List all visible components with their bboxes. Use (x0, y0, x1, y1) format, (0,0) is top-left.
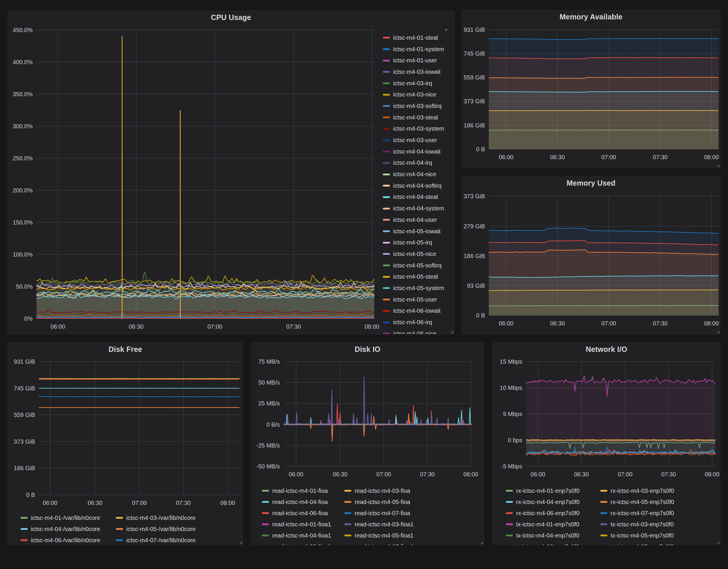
legend-item[interactable]: read-ictsc-m4-05-fioa (344, 496, 483, 508)
y-axis-tick: -5 Mbps (501, 463, 522, 470)
legend-item[interactable]: ictsc-m4-04-user (383, 214, 455, 226)
legend-item[interactable]: ictsc-m4-03-nice (383, 89, 455, 100)
legend-item[interactable]: ictsc-m4-06-irq (383, 317, 455, 328)
legend-label: read-ictsc-m4-04-fioa (272, 499, 328, 505)
legend-item[interactable]: ictsc-m4-01-system (383, 44, 455, 55)
panel-title[interactable]: Memory Used (461, 179, 721, 187)
panel-resize-handle[interactable] (715, 540, 720, 544)
legend-item[interactable]: read-ictsc-m4-05-fioa1 (344, 530, 483, 541)
legend-swatch (383, 128, 390, 130)
legend-item[interactable]: tx-ictsc-m4-06-enp7s0f0 (506, 541, 600, 545)
panel-disk-free[interactable]: Disk Free ictsc-m4-01-/var/lib/n0coreict… (7, 342, 243, 545)
legend-item[interactable]: rx-ictsc-m4-06-enp7s0f0 (506, 508, 600, 519)
legend-item[interactable]: rx-ictsc-m4-05-enp7s0f0 (600, 496, 719, 508)
legend-item[interactable]: ictsc-m4-05-system (383, 282, 455, 294)
legend-item[interactable]: read-ictsc-m4-03-fioa (344, 485, 483, 496)
legend-item[interactable]: read-ictsc-m4-07-fioa1 (344, 541, 483, 545)
legend-item[interactable]: ictsc-m4-04-steal (383, 192, 455, 203)
legend-item[interactable]: read-ictsc-m4-01-fioa (262, 485, 344, 496)
legend-swatch (600, 490, 607, 492)
y-axis-tick: 931 GiB (464, 26, 485, 33)
legend-item[interactable]: rx-ictsc-m4-03-enp7s0f0 (600, 485, 719, 496)
legend-item[interactable]: ictsc-m4-05-irq (383, 237, 455, 248)
panel-network-io[interactable]: Network I/O rx-ictsc-m4-01-enp7s0f0rx-ic… (492, 342, 721, 545)
legend-item[interactable]: ictsc-m4-01-/var/lib/n0core (21, 512, 116, 523)
legend-item[interactable]: read-ictsc-m4-04-fioa1 (262, 530, 344, 541)
panel-resize-handle[interactable] (238, 540, 242, 544)
legend-label: ictsc-m4-04-user (393, 217, 437, 223)
legend-item[interactable]: tx-ictsc-m4-04-enp7s0f0 (506, 530, 600, 541)
legend-label: ictsc-m4-03-softirq (393, 103, 441, 109)
legend-item[interactable]: tx-ictsc-m4-05-enp7s0f0 (600, 530, 719, 541)
legend-item[interactable]: ictsc-m4-03-/var/lib/n0core (116, 512, 242, 523)
legend-item[interactable]: ictsc-m4-03-system (383, 123, 455, 135)
legend-item[interactable]: ictsc-m4-03-user (383, 134, 455, 146)
legend-label: ictsc-m4-05-steal (393, 273, 438, 280)
legend-item[interactable]: read-ictsc-m4-06-fioa (262, 508, 344, 519)
legend-item[interactable]: ictsc-m4-01-user (383, 55, 455, 66)
legend-swatch (383, 105, 390, 107)
panel-resize-handle[interactable] (715, 163, 720, 167)
legend-swatch (383, 253, 390, 255)
legend-item[interactable]: ictsc-m4-06-/var/lib/n0core (21, 535, 116, 545)
panel-title[interactable]: Disk IO (251, 345, 484, 354)
legend-item[interactable]: ictsc-m4-04-irq (383, 157, 455, 169)
legend-item[interactable]: ictsc-m4-06-nice (383, 328, 455, 334)
legend-item[interactable]: read-ictsc-m4-06-fioa1 (262, 541, 344, 545)
panel-resize-handle[interactable] (479, 540, 483, 544)
legend-item[interactable]: ictsc-m4-05-user (383, 294, 455, 305)
legend-scrollbar-thumb[interactable] (446, 29, 447, 31)
panel-resize-handle[interactable] (715, 329, 720, 334)
legend-item[interactable]: ictsc-m4-03-softirq (383, 100, 455, 112)
x-axis-tick: 06:00 (43, 500, 57, 506)
legend-item[interactable]: read-ictsc-m4-07-fioa (344, 508, 483, 519)
legend-item[interactable]: ictsc-m4-06-iowait (383, 305, 455, 317)
x-axis-tick: 07:30 (176, 500, 191, 506)
legend-swatch (383, 264, 390, 266)
panel-cpu-usage[interactable]: CPU Usage ictsc-m4-01-stealictsc-m4-01-s… (7, 10, 455, 335)
legend-item[interactable]: ictsc-m4-04-/var/lib/n0core (21, 523, 116, 535)
x-axis-tick: 06:30 (333, 471, 348, 478)
legend-item[interactable]: ictsc-m4-04-system (383, 203, 455, 214)
y-axis-tick: 186 GiB (14, 465, 35, 471)
y-axis-tick: 450.0% (13, 27, 33, 33)
legend-item[interactable]: ictsc-m4-04-nice (383, 169, 455, 180)
legend-item[interactable]: ictsc-m4-05-nice (383, 248, 455, 260)
legend-label: read-ictsc-m4-03-fioa1 (355, 521, 413, 528)
legend-item[interactable]: ictsc-m4-05-steal (383, 271, 455, 282)
legend-item[interactable]: rx-ictsc-m4-04-enp7s0f0 (506, 496, 600, 508)
legend-item[interactable]: ictsc-m4-03-irq (383, 78, 455, 89)
legend-item[interactable]: tx-ictsc-m4-01-enp7s0f0 (506, 519, 600, 530)
panel-memory-used[interactable]: Memory Used 373 GiB279 GiB186 GiB93 GiB0… (461, 176, 721, 335)
legend-swatch (383, 82, 390, 84)
panel-memory-available[interactable]: Memory Available 931 GiB745 GiB559 GiB37… (461, 10, 721, 168)
legend-swatch (600, 512, 607, 514)
panel-disk-io[interactable]: Disk IO read-ictsc-m4-01-fioaread-ictsc-… (251, 342, 484, 545)
legend-item[interactable]: ictsc-m4-05-iowait (383, 226, 455, 237)
panel-title[interactable]: Network I/O (492, 345, 721, 354)
legend-item[interactable]: ictsc-m4-04-iowait (383, 146, 455, 157)
legend-item[interactable]: ictsc-m4-05-softirq (383, 260, 455, 271)
legend-item[interactable]: read-ictsc-m4-01-fioa1 (262, 519, 344, 530)
legend-item[interactable]: ictsc-m4-03-steal (383, 112, 455, 123)
legend-item[interactable]: ictsc-m4-07-/var/lib/n0core (116, 535, 242, 545)
legend-swatch (383, 196, 390, 198)
legend-item[interactable]: rx-ictsc-m4-07-enp7s0f0 (600, 508, 719, 519)
legend-item[interactable]: ictsc-m4-03-iowait (383, 66, 455, 78)
panel-title[interactable]: CPU Usage (7, 13, 455, 22)
panel-title[interactable]: Disk Free (7, 345, 243, 354)
legend-item[interactable]: read-ictsc-m4-04-fioa (262, 496, 344, 508)
legend-item[interactable]: rx-ictsc-m4-01-enp7s0f0 (506, 485, 600, 496)
legend-item[interactable]: read-ictsc-m4-03-fioa1 (344, 519, 483, 530)
x-axis-tick: 08:00 (704, 154, 719, 160)
legend-swatch (506, 535, 513, 536)
y-axis-tick: 559 GiB (464, 74, 485, 81)
legend-item[interactable]: tx-ictsc-m4-07-enp7s0f0 (600, 541, 719, 545)
legend-item[interactable]: ictsc-m4-05-/var/lib/n0core (116, 523, 242, 535)
legend-item[interactable]: ictsc-m4-04-softirq (383, 180, 455, 192)
legend-item[interactable]: tx-ictsc-m4-03-enp7s0f0 (600, 519, 719, 530)
legend-item[interactable]: ictsc-m4-01-steal (383, 32, 455, 44)
panel-resize-handle[interactable] (449, 329, 454, 334)
legend-label: ictsc-m4-03-irq (393, 80, 432, 87)
panel-title[interactable]: Memory Available (461, 13, 721, 21)
